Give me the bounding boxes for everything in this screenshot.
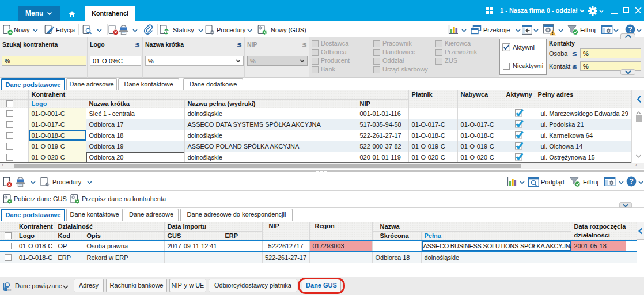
svg-text:?: ? — [629, 177, 634, 186]
svg-text:?: ? — [628, 25, 632, 33]
